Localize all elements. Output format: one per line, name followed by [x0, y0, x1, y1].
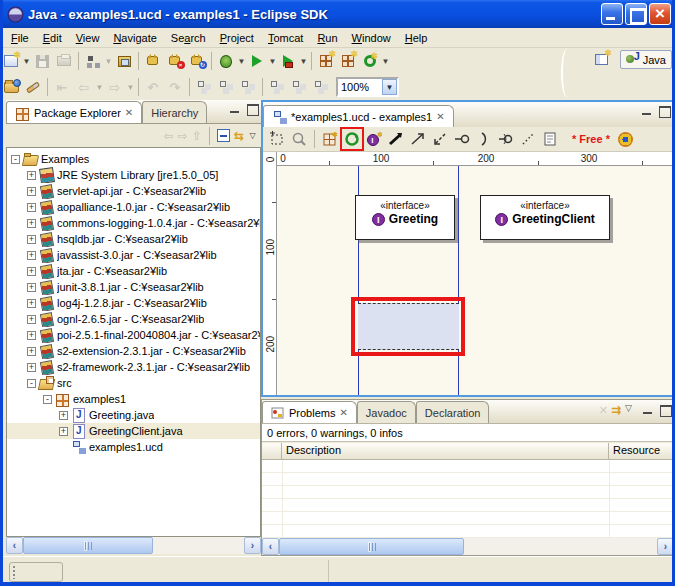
scroll-thumb[interactable] — [279, 538, 464, 555]
next-annotation-button[interactable]: ↷ — [164, 76, 186, 98]
menu-tomcat[interactable]: Tomcat — [261, 30, 310, 46]
tab-declaration[interactable]: Declaration — [416, 401, 490, 423]
maximize-view-button[interactable] — [658, 404, 672, 416]
scroll-thumb[interactable] — [23, 537, 153, 554]
align-right-button[interactable] — [310, 76, 332, 98]
minimize-button[interactable] — [601, 3, 623, 25]
tree-item-jar[interactable]: jta.jar - C:¥seasar2¥lib — [7, 263, 260, 279]
tree-item-jre-library[interactable]: JRE System Library [jre1.5.0_05] — [7, 167, 260, 183]
menu-search[interactable]: Search — [164, 30, 213, 46]
debug-button[interactable] — [215, 50, 237, 72]
note-tool-icon[interactable] — [540, 129, 560, 149]
lollipop-tool-icon[interactable] — [452, 129, 472, 149]
maximize-button[interactable] — [625, 3, 647, 25]
new-class-tool-icon[interactable]: ✽ — [320, 129, 340, 149]
expand-expander-icon[interactable] — [27, 203, 36, 212]
forward-history-icon[interactable]: ⇨ — [178, 129, 188, 143]
back-dropdown[interactable]: ▼ — [95, 77, 104, 97]
java-perspective-button[interactable]: Java — [620, 50, 672, 69]
tree-item-jar[interactable]: commons-logging-1.0.4.jar - C:¥seasar2¥l… — [7, 215, 260, 231]
back-button[interactable]: ⇦ — [73, 76, 95, 98]
search-button[interactable] — [22, 76, 44, 98]
socket-tool-icon[interactable] — [474, 129, 494, 149]
expand-expander-icon[interactable] — [27, 267, 36, 276]
collapse-all-icon[interactable] — [217, 129, 230, 142]
tree-item-greetingclient-java[interactable]: GreetingClient.java — [7, 423, 260, 439]
tree-item-jar[interactable]: javassist-3.0.jar - C:¥seasar2¥lib — [7, 247, 260, 263]
run-button[interactable] — [246, 50, 268, 72]
expand-expander-icon[interactable] — [27, 315, 36, 324]
tab-problems[interactable]: Problems ✕ — [262, 401, 357, 423]
expand-expander-icon[interactable] — [27, 235, 36, 244]
collapse-expander-icon[interactable] — [43, 395, 52, 404]
print-button[interactable] — [53, 50, 75, 72]
close-tab-icon[interactable]: ✕ — [125, 107, 133, 118]
open-arrow-tool-icon[interactable] — [408, 129, 428, 149]
zoom-tool-icon[interactable] — [289, 129, 309, 149]
external-tools-button[interactable] — [277, 50, 299, 72]
new-java-class-button[interactable] — [337, 50, 359, 72]
tree-item-examples1-ucd[interactable]: examples1.ucd — [7, 439, 260, 455]
circle-arc-tool-icon[interactable] — [496, 129, 516, 149]
close-tab-icon[interactable]: ✕ — [339, 407, 347, 418]
menu-edit[interactable]: Edit — [36, 30, 69, 46]
seasar-flower-icon[interactable] — [618, 132, 633, 147]
hierarchy-dropdown[interactable]: ▼ — [104, 51, 113, 71]
tree-item-jar[interactable]: log4j-1.2.8.jar - C:¥seasar2¥lib — [7, 295, 260, 311]
menu-window[interactable]: Window — [345, 30, 398, 46]
scroll-track[interactable] — [23, 537, 244, 554]
tree-item-jar[interactable]: servlet-api.jar - C:¥seasar2¥lib — [7, 183, 260, 199]
new-diagram-button[interactable] — [359, 50, 381, 72]
tree-item-jar[interactable]: aopalliance-1.0.jar - C:¥seasar2¥lib — [7, 199, 260, 215]
expand-expander-icon[interactable] — [27, 283, 36, 292]
collapse-expander-icon[interactable] — [27, 379, 36, 388]
expand-expander-icon[interactable] — [27, 251, 36, 260]
vertical-guide[interactable] — [458, 166, 459, 395]
view-menu-dropdown[interactable]: ▽ — [248, 126, 257, 146]
tree-item-jar[interactable]: hsqldb.jar - C:¥seasar2¥lib — [7, 231, 260, 247]
menu-view[interactable]: View — [69, 30, 107, 46]
expand-expander-icon[interactable] — [27, 347, 36, 356]
link-with-editor-icon[interactable]: ⇆ — [234, 129, 244, 143]
fast-view-bar[interactable] — [9, 562, 63, 582]
tree-item-examples[interactable]: Examples — [7, 151, 260, 167]
new-wizard-dropdown[interactable]: ▼ — [22, 51, 31, 71]
expand-expander-icon[interactable] — [27, 363, 36, 372]
scroll-right-icon[interactable]: › — [657, 538, 674, 555]
tree-item-jar[interactable]: junit-3.8.1.jar - C:¥seasar2¥lib — [7, 279, 260, 295]
class-hierarchy-button[interactable] — [82, 50, 104, 72]
maximize-view-button[interactable] — [657, 105, 671, 117]
dotted-line-tool-icon[interactable] — [518, 129, 538, 149]
diagram-canvas[interactable]: «interface» IGreeting «interface» IGreet… — [277, 166, 673, 395]
menu-file[interactable]: File — [4, 30, 36, 46]
tree-item-jar[interactable]: s2-extension-2.3.1.jar - C:¥seasar2¥lib — [7, 343, 260, 359]
horizontal-ruler[interactable]: 0 100 200 300 — [277, 152, 673, 166]
tomcat-stop-button[interactable]: × — [164, 50, 186, 72]
scroll-left-icon[interactable]: ‹ — [262, 538, 279, 555]
previous-annotation-button[interactable]: ↶ — [142, 76, 164, 98]
scroll-right-icon[interactable]: › — [244, 537, 261, 554]
tree-item-jar[interactable]: s2-framework-2.3.1.jar - C:¥seasar2¥lib — [7, 359, 260, 375]
expand-expander-icon[interactable] — [59, 427, 68, 436]
tab-hierarchy[interactable]: Hierarchy — [142, 101, 207, 123]
resource-column-header[interactable]: Resource — [609, 443, 674, 460]
tomcat-start-button[interactable] — [142, 50, 164, 72]
forward-button[interactable]: ⇨ — [104, 76, 126, 98]
tab-examples1-ucd[interactable]: *examples1.ucd - examples1 ✕ — [263, 105, 454, 127]
zoom-combo[interactable]: ▼ — [336, 77, 399, 97]
tree-item-jar[interactable]: poi-2.5.1-final-20040804.jar - C:¥seasar… — [7, 327, 260, 343]
expand-expander-icon[interactable] — [27, 219, 36, 228]
external-tools-dropdown[interactable]: ▼ — [299, 51, 308, 71]
free-mode-label[interactable]: * Free * — [572, 133, 610, 145]
filter-icon[interactable]: ⇉ — [611, 403, 621, 417]
forward-dropdown[interactable]: ▼ — [126, 77, 135, 97]
minimize-view-button[interactable] — [228, 103, 242, 115]
menu-help[interactable]: Help — [398, 30, 435, 46]
tomcat-restart-button[interactable]: ↻ — [186, 50, 208, 72]
maximize-view-button[interactable] — [245, 103, 259, 115]
problems-hscrollbar[interactable]: ‹ › — [262, 538, 674, 555]
interface-shape-greetingclient[interactable]: «interface» IGreetingClient — [480, 195, 610, 240]
expand-expander-icon[interactable] — [59, 411, 68, 420]
tomcat-home-button[interactable] — [113, 50, 135, 72]
expand-expander-icon[interactable] — [27, 187, 36, 196]
